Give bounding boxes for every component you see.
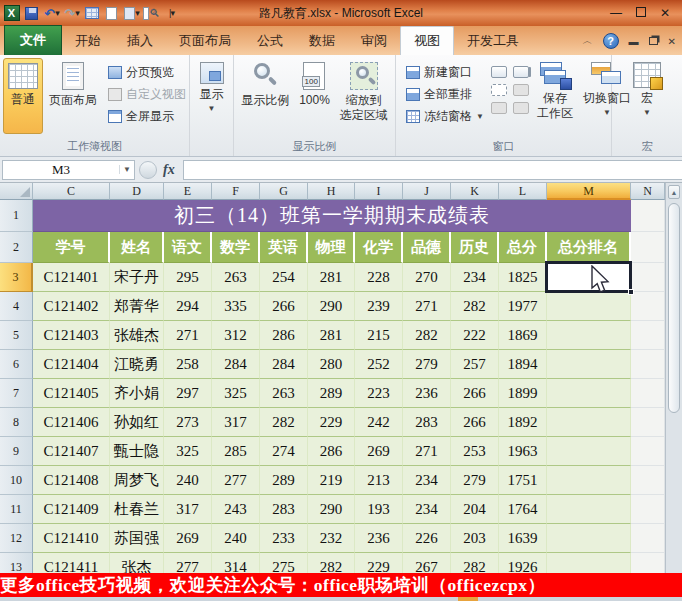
excel-logo-icon[interactable]: X bbox=[3, 5, 20, 22]
cell-F4[interactable]: 335 bbox=[212, 292, 260, 321]
tab-insert[interactable]: 插入 bbox=[114, 27, 166, 55]
scroll-up-icon[interactable]: ▲ bbox=[668, 185, 680, 199]
cell-H10[interactable]: 219 bbox=[308, 466, 355, 495]
cell-H4[interactable]: 290 bbox=[308, 292, 355, 321]
unhide-window-button[interactable] bbox=[491, 102, 507, 114]
cell-n12[interactable] bbox=[631, 524, 665, 553]
redo-icon[interactable]: ↷▾ bbox=[63, 5, 80, 22]
cell-D11[interactable]: 杜春兰 bbox=[110, 495, 164, 524]
cell-K6[interactable]: 257 bbox=[451, 350, 499, 379]
cell-G8[interactable]: 282 bbox=[260, 408, 308, 437]
cell-K4[interactable]: 282 bbox=[451, 292, 499, 321]
name-box[interactable]: M3 ▼ bbox=[2, 160, 135, 180]
collapse-ribbon-icon[interactable]: ︿ bbox=[583, 34, 593, 48]
cell-n3[interactable] bbox=[631, 263, 665, 292]
synchronous-scrolling-button[interactable] bbox=[513, 84, 529, 96]
column-header-N[interactable]: N bbox=[631, 183, 665, 200]
cell-H11[interactable]: 290 bbox=[308, 495, 355, 524]
tab-view[interactable]: 视图 bbox=[400, 26, 454, 55]
cell-G5[interactable]: 286 bbox=[260, 321, 308, 350]
view-side-by-side-button[interactable] bbox=[513, 66, 529, 78]
cell-F12[interactable]: 240 bbox=[212, 524, 260, 553]
cell-M8[interactable] bbox=[547, 408, 631, 437]
cell-I9[interactable]: 269 bbox=[355, 437, 403, 466]
zoom-to-selection-button[interactable]: 缩放到选定区域 bbox=[336, 58, 392, 134]
column-header-G[interactable]: G bbox=[260, 183, 308, 200]
zoom-button[interactable]: 显示比例 bbox=[237, 58, 293, 134]
header-cell-8[interactable]: 品德 bbox=[403, 232, 451, 263]
cell-D12[interactable]: 苏国强 bbox=[110, 524, 164, 553]
cell-n10[interactable] bbox=[631, 466, 665, 495]
cell-E6[interactable]: 258 bbox=[164, 350, 212, 379]
header-cell-7[interactable]: 化学 bbox=[355, 232, 403, 263]
cell-E3[interactable]: 295 bbox=[164, 263, 212, 292]
cell-M4[interactable] bbox=[547, 292, 631, 321]
tab-file[interactable]: 文件 bbox=[4, 25, 62, 55]
cell-J11[interactable]: 234 bbox=[403, 495, 451, 524]
row-header-11[interactable]: 11 bbox=[0, 495, 33, 524]
cell-C10[interactable]: C121408 bbox=[33, 466, 110, 495]
select-all-corner[interactable] bbox=[0, 183, 33, 200]
maximize-button[interactable] bbox=[636, 7, 646, 17]
cell-C5[interactable]: C121403 bbox=[33, 321, 110, 350]
cell-H9[interactable]: 286 bbox=[308, 437, 355, 466]
cell-L11[interactable]: 1764 bbox=[499, 495, 547, 524]
cell-I6[interactable]: 252 bbox=[355, 350, 403, 379]
cell-H3[interactable]: 281 bbox=[308, 263, 355, 292]
row-header-8[interactable]: 8 bbox=[0, 408, 33, 437]
cell-M6[interactable] bbox=[547, 350, 631, 379]
cell-K9[interactable]: 253 bbox=[451, 437, 499, 466]
cell-C11[interactable]: C121409 bbox=[33, 495, 110, 524]
cell-L8[interactable]: 1892 bbox=[499, 408, 547, 437]
cell-J8[interactable]: 283 bbox=[403, 408, 451, 437]
normal-view-button[interactable]: 普通 bbox=[3, 58, 43, 134]
row-header-1[interactable]: 1 bbox=[0, 200, 33, 232]
cell-H6[interactable]: 280 bbox=[308, 350, 355, 379]
cell-E9[interactable]: 325 bbox=[164, 437, 212, 466]
cell-L7[interactable]: 1899 bbox=[499, 379, 547, 408]
cell-F9[interactable]: 285 bbox=[212, 437, 260, 466]
column-header-E[interactable]: E bbox=[164, 183, 212, 200]
tab-formulas[interactable]: 公式 bbox=[244, 27, 296, 55]
cell-D8[interactable]: 孙如红 bbox=[110, 408, 164, 437]
cell-n9[interactable] bbox=[631, 437, 665, 466]
header-cell-4[interactable]: 数学 bbox=[212, 232, 260, 263]
cell-G7[interactable]: 263 bbox=[260, 379, 308, 408]
cell-G4[interactable]: 266 bbox=[260, 292, 308, 321]
cell-D7[interactable]: 齐小娟 bbox=[110, 379, 164, 408]
column-header-D[interactable]: D bbox=[110, 183, 164, 200]
header-cell-2[interactable]: 姓名 bbox=[110, 232, 164, 263]
formula-input[interactable] bbox=[183, 160, 682, 180]
cell-M11[interactable] bbox=[547, 495, 631, 524]
minimize-button[interactable]: — bbox=[610, 7, 622, 19]
header-cell-9[interactable]: 历史 bbox=[451, 232, 499, 263]
cell-L5[interactable]: 1869 bbox=[499, 321, 547, 350]
row-header-5[interactable]: 5 bbox=[0, 321, 33, 350]
reset-window-position-button[interactable] bbox=[513, 102, 529, 114]
cell-L9[interactable]: 1963 bbox=[499, 437, 547, 466]
cell-E7[interactable]: 297 bbox=[164, 379, 212, 408]
column-header-J[interactable]: J bbox=[403, 183, 451, 200]
column-header-K[interactable]: K bbox=[451, 183, 499, 200]
cell-I3[interactable]: 228 bbox=[355, 263, 403, 292]
cell-H8[interactable]: 229 bbox=[308, 408, 355, 437]
close-button[interactable]: ✕ bbox=[660, 7, 670, 19]
cell-C12[interactable]: C121410 bbox=[33, 524, 110, 553]
vertical-scrollbar[interactable]: ▲ bbox=[665, 183, 682, 601]
custom-views-button[interactable]: 自定义视图 bbox=[108, 86, 186, 103]
header-cell-6[interactable]: 物理 bbox=[308, 232, 355, 263]
header-cell-1[interactable]: 学号 bbox=[33, 232, 110, 263]
cell-n6[interactable] bbox=[631, 350, 665, 379]
column-header-M[interactable]: M bbox=[547, 183, 631, 200]
cell-K10[interactable]: 279 bbox=[451, 466, 499, 495]
row-header-3[interactable]: 3 bbox=[0, 263, 33, 292]
cell-H12[interactable]: 232 bbox=[308, 524, 355, 553]
cell-n7[interactable] bbox=[631, 379, 665, 408]
row-header-9[interactable]: 9 bbox=[0, 437, 33, 466]
cell-M12[interactable] bbox=[547, 524, 631, 553]
save-icon[interactable] bbox=[23, 5, 40, 22]
cell-H5[interactable]: 281 bbox=[308, 321, 355, 350]
cell-D4[interactable]: 郑菁华 bbox=[110, 292, 164, 321]
cell-D10[interactable]: 周梦飞 bbox=[110, 466, 164, 495]
cell-M9[interactable] bbox=[547, 437, 631, 466]
